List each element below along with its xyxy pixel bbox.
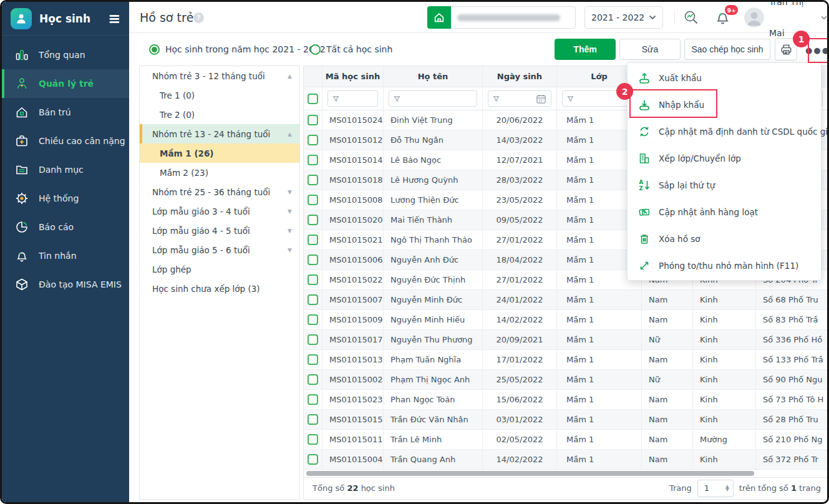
cell: Nam (642, 430, 693, 449)
row-checkbox[interactable] (308, 314, 318, 325)
menu-item-6[interactable]: Xóa hồ sơ (628, 225, 821, 252)
row-checkbox[interactable] (308, 374, 318, 385)
collapse-icon[interactable]: ▲ (288, 131, 292, 137)
expand-icon[interactable]: ▼ (288, 228, 292, 234)
row-checkbox[interactable] (308, 414, 318, 425)
menu-item-4[interactable]: AZSắp lại thứ tự (628, 172, 821, 198)
scrollbar-thumb[interactable] (306, 471, 754, 476)
select-all-checkbox[interactable] (308, 94, 318, 104)
hamburger-icon[interactable]: ≡ (108, 11, 120, 26)
add-button[interactable]: Thêm (555, 39, 616, 60)
home-icon[interactable] (427, 6, 451, 29)
row-checkbox[interactable] (308, 334, 318, 345)
menu-item-5[interactable]: Cập nhật ảnh hàng loạt (628, 198, 821, 225)
tree-item[interactable]: Nhóm trẻ 13 - 24 tháng tuổi▲ (140, 124, 299, 143)
row-checkbox[interactable] (308, 135, 318, 145)
filter-cell (483, 87, 557, 109)
page-number-input[interactable]: 1 ▲▼ (697, 480, 734, 497)
expand-icon[interactable]: ▼ (288, 208, 292, 215)
sidebar-item-4[interactable]: Danh mục (2, 155, 129, 184)
row-checkbox[interactable] (308, 454, 318, 465)
row-checkbox[interactable] (308, 175, 318, 185)
tree-item-label: Lớp ghép (152, 264, 191, 274)
radio-current-year-students[interactable]: Học sinh trong năm học 2021 - 2022 (149, 33, 326, 65)
toolbar: Học sinh trong năm học 2021 - 2022 Tất c… (129, 33, 827, 65)
filter-input[interactable] (488, 90, 551, 107)
school-year-select[interactable]: 2021 - 2022 (584, 6, 663, 29)
tree-item[interactable]: Nhóm trẻ 25 - 36 tháng tuổi▼ (140, 182, 299, 201)
chart-magnifier-icon[interactable] (683, 9, 699, 26)
tree-item[interactable]: Lớp mẫu giáo 3 - 4 tuổi▼ (140, 201, 299, 221)
expand-icon[interactable]: ▼ (288, 189, 292, 195)
sidebar-item-6[interactable]: Báo cáo (2, 213, 129, 241)
row-checkbox[interactable] (308, 434, 318, 445)
cell: 23/05/2022 (483, 190, 557, 210)
cell: MS01015023 (322, 390, 384, 409)
row-checkbox-cell (304, 170, 322, 190)
expand-icon[interactable]: ▼ (288, 247, 292, 253)
sidebar-item-2[interactable]: Bán trú (2, 98, 129, 127)
calendar-icon[interactable] (536, 94, 546, 104)
row-checkbox-cell (304, 450, 322, 469)
row-checkbox[interactable] (308, 294, 318, 305)
import-icon (638, 99, 651, 111)
cell: MS01015017 (322, 330, 384, 349)
sidebar-item-7[interactable]: Tin nhắn (2, 241, 129, 270)
tree-item[interactable]: Mầm 2 (23) (140, 163, 299, 182)
row-checkbox[interactable] (308, 254, 318, 265)
tree-item[interactable]: Lớp mẫu giáo 5 - 6 tuổi▼ (140, 240, 299, 259)
row-checkbox[interactable] (308, 155, 318, 165)
user-menu[interactable]: Trần Thị Mai (769, 2, 827, 33)
tree-item[interactable]: Tre 1 (0) (140, 85, 299, 105)
collapse-icon[interactable]: ▲ (288, 73, 292, 79)
filter-input[interactable] (327, 90, 378, 107)
row-checkbox[interactable] (308, 235, 318, 245)
menu-item-7[interactable]: Phóng to/thu nhỏ màn hình (F11) (628, 252, 821, 279)
sidebar-item-3[interactable]: Chiều cao cân nặng (2, 127, 129, 155)
school-search-input[interactable] (451, 6, 576, 29)
sidebar-item-5[interactable]: Hệ thống (2, 184, 129, 213)
menu-item-0[interactable]: Xuất khẩu (628, 64, 821, 91)
copy-student-button[interactable]: Sao chép học sinh (684, 39, 770, 60)
edit-button[interactable]: Sửa (619, 39, 681, 60)
filter-input[interactable] (389, 90, 477, 107)
row-checkbox-cell (304, 390, 322, 409)
row-checkbox[interactable] (308, 195, 318, 205)
tree-item[interactable]: Mầm 1 (26) (140, 143, 299, 163)
menu-item-1[interactable]: Nhập khẩu (628, 91, 821, 118)
cell: Kinh (693, 350, 756, 369)
radio-unselected-icon (310, 44, 321, 55)
row-checkbox[interactable] (308, 354, 318, 365)
row-checkbox[interactable] (308, 394, 318, 405)
sidebar-item-0[interactable]: Tổng quan (2, 41, 129, 69)
row-checkbox[interactable] (308, 115, 318, 125)
menu-item-3[interactable]: Xếp lớp/Chuyển lớp (628, 145, 821, 172)
cell: Kinh (693, 390, 756, 409)
radio-selected-icon (149, 44, 160, 55)
menu-item-2[interactable]: Cập nhật mã định danh từ CSDL quốc gia (628, 118, 821, 145)
cell: MS01015015 (322, 410, 384, 429)
notifications-bell-icon[interactable]: 9+ (714, 9, 731, 26)
cell: MS01015021 (322, 230, 384, 250)
tree-item[interactable]: Tre 2 (0) (140, 105, 299, 124)
tree-item[interactable]: Lớp mẫu giáo 4 - 5 tuổi▼ (140, 221, 299, 240)
tree-item[interactable]: Lớp ghép (140, 259, 299, 279)
row-checkbox[interactable] (308, 215, 318, 225)
funnel-icon (332, 95, 339, 102)
page-spinner[interactable]: ▲▼ (725, 485, 729, 491)
row-checkbox[interactable] (308, 274, 318, 285)
tree-item[interactable]: Học sinh chưa xếp lớp (3) (140, 279, 299, 298)
user-avatar[interactable] (744, 7, 764, 27)
radio-all-students[interactable]: Tất cả học sinh (310, 33, 392, 65)
help-icon[interactable]: ? (193, 12, 204, 23)
tree-item[interactable]: Nhóm trẻ 3 - 12 tháng tuổi▲ (140, 66, 299, 85)
cell: 14/02/2022 (483, 310, 557, 329)
app-title: Học sinh (39, 12, 90, 25)
cell: Phan Ngọc Toản (384, 390, 483, 409)
table-row: MS01015002Phạm Thị Ngọc Anh25/05/2022Mầm… (304, 370, 828, 390)
pie-chart-icon (14, 220, 29, 235)
sidebar-item-8[interactable]: Đào tạo MISA EMIS (2, 270, 129, 299)
sidebar-item-1[interactable]: Quản lý trẻ (2, 69, 129, 98)
filter-input[interactable] (562, 90, 636, 107)
row-checkbox-cell (304, 350, 322, 369)
